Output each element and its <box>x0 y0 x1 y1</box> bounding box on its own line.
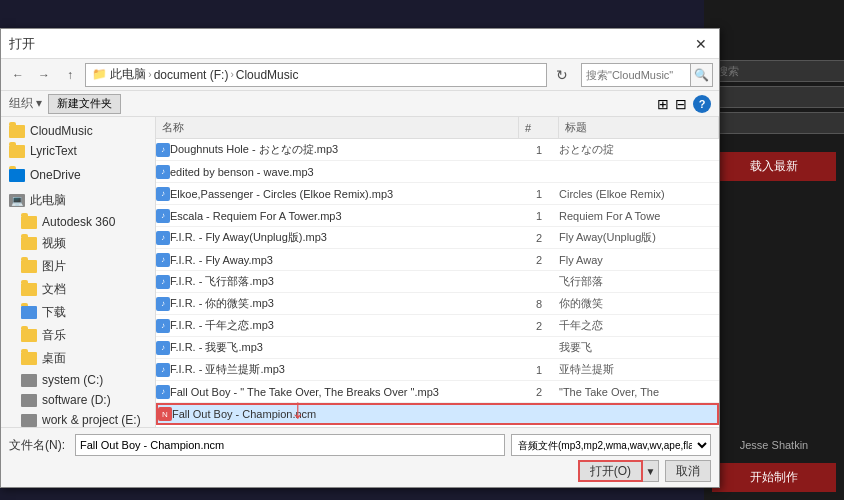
path-part-3: CloudMusic <box>236 68 299 82</box>
left-label-onedrive: OneDrive <box>30 168 81 182</box>
file-name: F.I.R. - 我要飞.mp3 <box>170 340 519 355</box>
left-item-desktop[interactable]: 桌面 <box>1 347 155 370</box>
sidebar-extra-input[interactable] <box>712 112 844 134</box>
path-pc: 📁 此电脑 › document (F:) › CloudMusic <box>92 66 298 83</box>
action-row: 打开(O) ▼ 取消 <box>9 460 711 482</box>
left-item-autodesk[interactable]: Autodesk 360 <box>1 212 155 232</box>
sidebar-artist: Jesse Shatkin <box>704 435 844 455</box>
file-title: Requiem For A Towe <box>559 210 719 222</box>
file-num: 8 <box>519 298 559 310</box>
search-input[interactable] <box>581 63 691 87</box>
file-title: Circles (Elkoe Remix) <box>559 188 719 200</box>
left-panel: CloudMusic LyricText OneDrive 💻 此电脑 Auto… <box>1 117 156 427</box>
open-dropdown-button[interactable]: ▼ <box>643 460 659 482</box>
left-item-cloudmusic[interactable]: CloudMusic <box>1 121 155 141</box>
col-header-name[interactable]: 名称 <box>156 117 519 138</box>
left-label-desktop: 桌面 <box>42 350 66 367</box>
dialog-titlebar: 打开 ✕ <box>1 29 719 59</box>
file-name-selected: Fall Out Boy - Champion.ncm <box>172 408 517 420</box>
drive-icon-d <box>21 394 37 407</box>
file-row[interactable]: ♪ F.I.R. - 千年之恋.mp3 2 千年之恋 <box>156 315 719 337</box>
nav-up-button[interactable]: ↑ <box>59 64 81 86</box>
dialog-bottom: 文件名(N): 音频文件(mp3,mp2,wma,wav,wv,ape,flac… <box>1 427 719 487</box>
cancel-button[interactable]: 取消 <box>665 460 711 482</box>
dialog-toolbar: ← → ↑ 📁 此电脑 › document (F:) › CloudMusic… <box>1 59 719 91</box>
left-item-d[interactable]: software (D:) <box>1 390 155 410</box>
file-title: "The Take Over, The <box>559 386 719 398</box>
search-button[interactable]: 🔍 <box>691 63 713 87</box>
filetype-select[interactable]: 音频文件(mp3,mp2,wma,wav,wv,ape,flac,网易云音乐.n… <box>511 434 711 456</box>
file-row[interactable]: ♪ F.I.R. - Fly Away.mp3 2 Fly Away <box>156 249 719 271</box>
left-item-video[interactable]: 视频 <box>1 232 155 255</box>
file-row[interactable]: ♪ F.I.R. - 我要飞.mp3 我要飞 <box>156 337 719 359</box>
nav-back-button[interactable]: ← <box>7 64 29 86</box>
folder-icon-docs <box>21 283 37 296</box>
nav-forward-button[interactable]: → <box>33 64 55 86</box>
left-label-autodesk: Autodesk 360 <box>42 215 115 229</box>
file-num: 1 <box>519 364 559 376</box>
file-row[interactable]: ♪ F.I.R. - 你的微笑.mp3 8 你的微笑 <box>156 293 719 315</box>
file-row[interactable]: ♪ Doughnuts Hole - おとなの掟.mp3 1 おとなの掟 <box>156 139 719 161</box>
file-num: 2 <box>519 320 559 332</box>
help-button[interactable]: ? <box>693 95 711 113</box>
new-folder-button[interactable]: 新建文件夹 <box>48 94 121 114</box>
file-name: F.I.R. - 飞行部落.mp3 <box>170 274 519 289</box>
left-item-e[interactable]: work & project (E:) <box>1 410 155 427</box>
file-row[interactable]: ♪ Fall Out Boy - " The Take Over, The Br… <box>156 381 719 403</box>
path-part-2: document (F:) <box>154 68 229 82</box>
left-label-d: software (D:) <box>42 393 111 407</box>
folder-icon-pictures <box>21 260 37 273</box>
view-details-button[interactable]: ⊟ <box>675 96 687 112</box>
left-item-c[interactable]: system (C:) <box>1 370 155 390</box>
folder-icon-downloads <box>21 306 37 319</box>
filename-row: 文件名(N): 音频文件(mp3,mp2,wma,wav,wv,ape,flac… <box>9 434 711 456</box>
file-row[interactable]: ♪ F.I.R. - 亚特兰提斯.mp3 1 亚特兰提斯 <box>156 359 719 381</box>
view-toggle-button[interactable]: ⊞ <box>657 96 669 112</box>
file-row[interactable]: ♪ F.I.R. - 飞行部落.mp3 飞行部落 <box>156 271 719 293</box>
pc-icon: 💻 <box>9 194 25 207</box>
file-num: 1 <box>519 210 559 222</box>
file-row[interactable]: ♪ edited by benson - wave.mp3 <box>156 161 719 183</box>
left-label-downloads: 下载 <box>42 304 66 321</box>
left-item-downloads[interactable]: 下载 <box>1 301 155 324</box>
sidebar-search-input[interactable] <box>712 60 844 82</box>
file-row[interactable]: ♪ Escala - Requiem For A Tower.mp3 1 Req… <box>156 205 719 227</box>
file-title: Fly Away <box>559 254 719 266</box>
mp3-icon: ♪ <box>156 319 170 333</box>
file-name: F.I.R. - Fly Away.mp3 <box>170 254 519 266</box>
file-name: edited by benson - wave.mp3 <box>170 166 519 178</box>
dialog-close-button[interactable]: ✕ <box>691 34 711 54</box>
start-make-button[interactable]: 开始制作 <box>712 463 836 492</box>
open-button[interactable]: 打开(O) <box>578 460 643 482</box>
mp3-icon: ♪ <box>156 143 170 157</box>
load-latest-button[interactable]: 载入最新 <box>712 152 836 181</box>
left-item-music[interactable]: 音乐 <box>1 324 155 347</box>
left-item-docs[interactable]: 文档 <box>1 278 155 301</box>
left-item-pictures[interactable]: 图片 <box>1 255 155 278</box>
drive-icon-e <box>21 414 37 427</box>
folder-icon-desktop <box>21 352 37 365</box>
left-item-lyrictext[interactable]: LyricText <box>1 141 155 161</box>
file-name: F.I.R. - Fly Away(Unplug版).mp3 <box>170 230 519 245</box>
left-label-c: system (C:) <box>42 373 103 387</box>
col-header-num[interactable]: # <box>519 117 559 138</box>
left-item-onedrive[interactable]: OneDrive <box>1 165 155 185</box>
filename-label: 文件名(N): <box>9 437 69 454</box>
file-title: 千年之恋 <box>559 318 719 333</box>
refresh-button[interactable]: ↻ <box>551 64 573 86</box>
file-dialog: 打开 ✕ ← → ↑ 📁 此电脑 › document (F:) › Cloud… <box>0 28 720 488</box>
left-label-cloudmusic: CloudMusic <box>30 124 93 138</box>
file-row[interactable]: ♪ F.I.R. - Fly Away(Unplug版).mp3 2 Fly A… <box>156 227 719 249</box>
left-item-mypc[interactable]: 💻 此电脑 <box>1 189 155 212</box>
sidebar-edit-row: 编辑 <box>712 86 836 108</box>
col-header-title[interactable]: 标题 <box>559 117 719 138</box>
file-num: 2 <box>519 254 559 266</box>
sidebar-edit-input[interactable] <box>712 86 844 108</box>
file-row[interactable]: ♪ Elkoe,Passenger - Circles (Elkoe Remix… <box>156 183 719 205</box>
ncm-icon: N <box>158 407 172 421</box>
file-row-selected[interactable]: N Fall Out Boy - Champion.ncm <box>156 403 719 425</box>
folder-icon-cloudmusic <box>9 125 25 138</box>
filename-input[interactable] <box>75 434 505 456</box>
file-title: 亚特兰提斯 <box>559 362 719 377</box>
mp3-icon: ♪ <box>156 253 170 267</box>
